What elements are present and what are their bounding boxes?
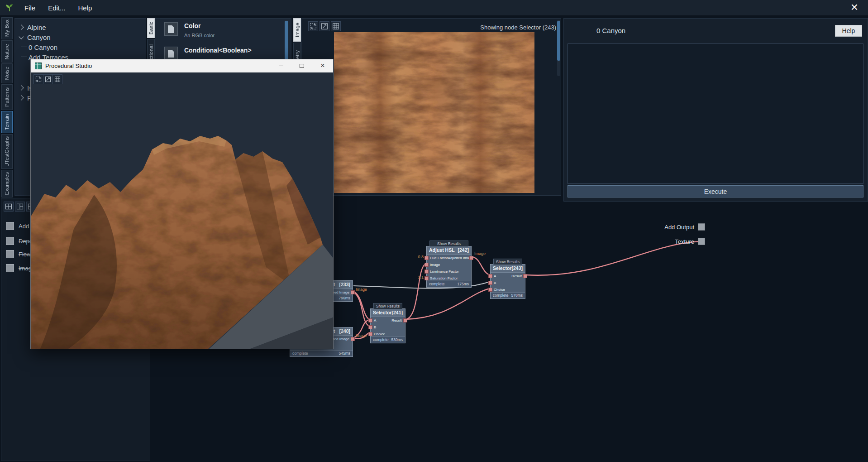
input-port-b[interactable] — [368, 325, 372, 329]
node-title: Adjust HSL [242] — [427, 246, 471, 255]
node-time: 175ms — [457, 281, 469, 287]
node-id: [240] — [339, 327, 350, 335]
node-selector-241[interactable]: Show Results Selector [241] A Result B C… — [370, 308, 405, 343]
input-port-choice[interactable] — [488, 288, 492, 292]
node-status: complete — [429, 281, 445, 287]
port-label: Image — [430, 261, 440, 268]
wire-label-image: Image — [356, 287, 367, 292]
node-footer: complete 545ms — [290, 350, 353, 356]
port-label: B — [374, 324, 376, 331]
node-footer: complete 530ms — [371, 337, 405, 343]
output-port[interactable] — [351, 290, 355, 294]
input-port-saturation-factor[interactable] — [424, 276, 429, 280]
add-output-row[interactable]: Add Output — [579, 223, 705, 231]
output-port-adjusted-image[interactable] — [469, 256, 473, 260]
node-status: complete — [292, 351, 308, 356]
show-results-tab[interactable]: Show Results — [373, 303, 402, 309]
node-status: complete — [493, 293, 509, 298]
port-label: A — [494, 273, 496, 279]
actual-size-button[interactable] — [43, 74, 53, 84]
window-title: Procedural Studio — [45, 63, 92, 69]
node-id: [242] — [458, 246, 469, 254]
node-time: 796ms — [339, 295, 350, 301]
node-id: [233] — [339, 281, 350, 289]
input-port-hue-factor[interactable] — [424, 256, 429, 260]
close-button[interactable]: × — [312, 59, 333, 72]
port-label: Hue Factor — [430, 255, 448, 261]
input-port-b[interactable] — [488, 281, 492, 285]
port-label: Result — [391, 317, 402, 324]
add-output-label: Add Output — [664, 224, 694, 231]
node-id: [243] — [511, 265, 523, 272]
window-app-icon — [35, 63, 42, 69]
window-titlebar[interactable]: Procedural Studio × — [31, 59, 333, 73]
fit-view-button[interactable] — [33, 74, 43, 84]
close-icon: × — [320, 62, 324, 70]
port-label: A — [374, 317, 376, 324]
add-output-port[interactable] — [698, 223, 705, 231]
port-label: Result — [511, 273, 522, 279]
procedural-studio-window[interactable]: Procedural Studio × — [30, 59, 334, 349]
wire-label-image: Image — [474, 251, 486, 256]
texture-output-label: Texture — [675, 238, 694, 245]
node-status: complete — [373, 337, 389, 343]
viewport-3d[interactable] — [31, 72, 333, 349]
input-port-luminance-factor[interactable] — [424, 270, 429, 274]
node-title-text: t — [334, 281, 335, 289]
output-port[interactable] — [351, 337, 355, 341]
node-time: 530ms — [391, 337, 403, 343]
node-time: 578ms — [511, 293, 523, 298]
node-title: Selector [243] — [491, 265, 525, 273]
minimize-button[interactable] — [271, 59, 291, 72]
grid-toggle-button[interactable] — [52, 74, 62, 84]
node-id: [241] — [391, 309, 403, 317]
node-footer: complete 175ms — [427, 281, 471, 287]
input-port-image[interactable] — [424, 263, 429, 267]
input-port-a[interactable] — [488, 274, 492, 278]
app-root: { "menubar": { "items": [ {"label": "Fil… — [0, 0, 868, 462]
node-title: Selector [241] — [371, 309, 405, 317]
wire-label-image: Image — [356, 333, 367, 338]
minimize-icon — [279, 66, 283, 66]
maximize-icon — [300, 64, 304, 68]
node-footer: complete 578ms — [491, 292, 525, 298]
input-port-choice[interactable] — [368, 332, 372, 336]
actual-size-icon — [44, 76, 52, 83]
node-title-text: Selector — [493, 265, 511, 272]
texture-output-port[interactable] — [698, 238, 705, 245]
output-port-result[interactable] — [403, 318, 407, 322]
port-label: B — [494, 279, 496, 286]
grid-icon — [54, 76, 61, 83]
fit-view-icon — [35, 76, 42, 83]
maximize-button[interactable] — [291, 59, 312, 72]
terrain-render — [31, 72, 333, 349]
show-results-tab[interactable]: Show Results — [493, 259, 522, 265]
node-adjust-hsl-242[interactable]: Show Results Adjust HSL [242] Hue Factor… — [426, 246, 472, 288]
node-selector-243[interactable]: Show Results Selector [243] A Result B C… — [490, 264, 525, 299]
input-port-a[interactable] — [368, 318, 372, 322]
node-title-text: t — [334, 327, 335, 335]
pin-value-hue[interactable]: 0.8 — [411, 255, 424, 259]
port-label: Luminance Factor — [430, 268, 459, 275]
texture-output-row[interactable]: Texture — [579, 238, 705, 245]
pin-value-saturation[interactable]: 1.1 — [411, 275, 424, 279]
output-port-result[interactable] — [523, 274, 527, 278]
node-time: 545ms — [339, 351, 350, 356]
node-title-text: Selector — [373, 309, 391, 317]
show-results-tab[interactable]: Show Results — [429, 241, 468, 246]
node-title-text: Adjust HSL — [429, 246, 455, 254]
